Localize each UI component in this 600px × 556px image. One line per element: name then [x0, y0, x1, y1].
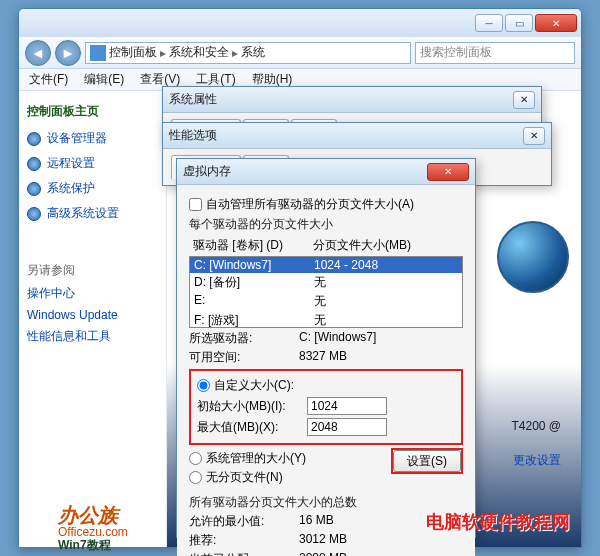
crumb-2[interactable]: 系统 [241, 44, 265, 61]
navbar: ◄ ► 控制面板▸ 系统和安全▸ 系统 搜索控制面板 [19, 37, 581, 69]
forward-button[interactable]: ► [55, 40, 81, 66]
dlg3-body: 自动管理所有驱动器的分页文件大小(A) 每个驱动器的分页文件大小 驱动器 [卷标… [177, 185, 475, 556]
total-label: 所有驱动器分页文件大小的总数 [189, 494, 463, 511]
no-paging-radio[interactable]: 无分页文件(N) [189, 469, 306, 486]
shield-icon [27, 157, 41, 171]
custom-size-radio[interactable]: 自定义大小(C): [197, 377, 455, 394]
search-placeholder: 搜索控制面板 [420, 44, 492, 61]
site-watermark: 电脑软硬件教程网 [426, 510, 570, 534]
control-panel-icon [90, 45, 106, 61]
dlg1-title: 系统属性 [169, 91, 217, 108]
dlg2-titlebar: 性能选项 ✕ [163, 123, 551, 149]
menu-file[interactable]: 文件(F) [29, 71, 68, 88]
maximize-button[interactable]: ▭ [505, 14, 533, 32]
shield-icon [27, 207, 41, 221]
drive-row[interactable]: D: [备份]无 [190, 273, 462, 292]
sidebar-link-protection[interactable]: 系统保护 [27, 180, 158, 197]
dlg1-close-button[interactable]: ✕ [513, 91, 535, 109]
each-drive-label: 每个驱动器的分页文件大小 [189, 216, 463, 233]
set-button[interactable]: 设置(S) [393, 450, 461, 472]
crumb-1[interactable]: 系统和安全 [169, 44, 229, 61]
custom-size-block: 自定义大小(C): 初始大小(MB)(I): 最大值(MB)(X): [189, 369, 463, 445]
shield-icon [27, 182, 41, 196]
back-button[interactable]: ◄ [25, 40, 51, 66]
sidebar-see-also: 另请参阅 操作中心 Windows Update 性能信息和工具 [27, 262, 158, 345]
drive-list-header: 驱动器 [卷标] (D) 分页文件大小(MB) [189, 235, 463, 256]
initial-size-input[interactable] [307, 397, 387, 415]
titlebar: ─ ▭ ✕ [19, 9, 581, 37]
drive-list[interactable]: C: [Windows7]1024 - 2048 D: [备份]无 E:无 F:… [189, 256, 463, 328]
search-input[interactable]: 搜索控制面板 [415, 42, 575, 64]
dlg3-titlebar: 虚拟内存 ✕ [177, 159, 475, 185]
max-size-input[interactable] [307, 418, 387, 436]
max-size-field: 最大值(MB)(X): [197, 418, 455, 436]
minimize-button[interactable]: ─ [475, 14, 503, 32]
currently-allocated: 当前已分配:2008 MB [189, 551, 463, 556]
ref-windows-update[interactable]: Windows Update [27, 308, 158, 322]
close-button[interactable]: ✕ [535, 14, 577, 32]
auto-manage-checkbox[interactable]: 自动管理所有驱动器的分页文件大小(A) [189, 196, 463, 213]
windows-orb-icon [497, 221, 569, 293]
cpu-label: T4200 @ [511, 419, 561, 433]
drive-row[interactable]: E:无 [190, 292, 462, 311]
sidebar-link-device-manager[interactable]: 设备管理器 [27, 130, 158, 147]
drive-row[interactable]: F: [游戏]无 [190, 311, 462, 328]
crumb-0[interactable]: 控制面板 [109, 44, 157, 61]
shield-icon [27, 132, 41, 146]
virtual-memory-dialog: 虚拟内存 ✕ 自动管理所有驱动器的分页文件大小(A) 每个驱动器的分页文件大小 … [176, 158, 476, 538]
sidebar-link-remote[interactable]: 远程设置 [27, 155, 158, 172]
available-space: 可用空间:8327 MB [189, 349, 463, 366]
dlg1-titlebar: 系统属性 ✕ [163, 87, 541, 113]
ref-action-center[interactable]: 操作中心 [27, 285, 158, 302]
change-settings-link[interactable]: 更改设置 [513, 452, 561, 469]
address-bar[interactable]: 控制面板▸ 系统和安全▸ 系统 [85, 42, 411, 64]
sidebar-link-advanced[interactable]: 高级系统设置 [27, 205, 158, 222]
min-allowed: 允许的最小值:16 MB [189, 513, 463, 530]
sidebar: 控制面板主页 设备管理器 远程设置 系统保护 高级系统设置 另请参阅 操作中心 … [19, 91, 167, 547]
recommended: 推荐:3012 MB [189, 532, 463, 549]
sidebar-title[interactable]: 控制面板主页 [27, 103, 158, 120]
dlg2-close-button[interactable]: ✕ [523, 127, 545, 145]
drive-row[interactable]: C: [Windows7]1024 - 2048 [190, 257, 462, 273]
selected-drive: 所选驱动器:C: [Windows7] [189, 330, 463, 347]
menu-edit[interactable]: 编辑(E) [84, 71, 124, 88]
system-managed-radio[interactable]: 系统管理的大小(Y) [189, 450, 306, 467]
dlg2-title: 性能选项 [169, 127, 217, 144]
dlg3-title: 虚拟内存 [183, 163, 231, 180]
ref-perf-info[interactable]: 性能信息和工具 [27, 328, 158, 345]
initial-size-field: 初始大小(MB)(I): [197, 397, 455, 415]
dlg3-close-button[interactable]: ✕ [427, 163, 469, 181]
logo-watermark: 办公族 Officezu.com Win7教程 [58, 504, 128, 552]
